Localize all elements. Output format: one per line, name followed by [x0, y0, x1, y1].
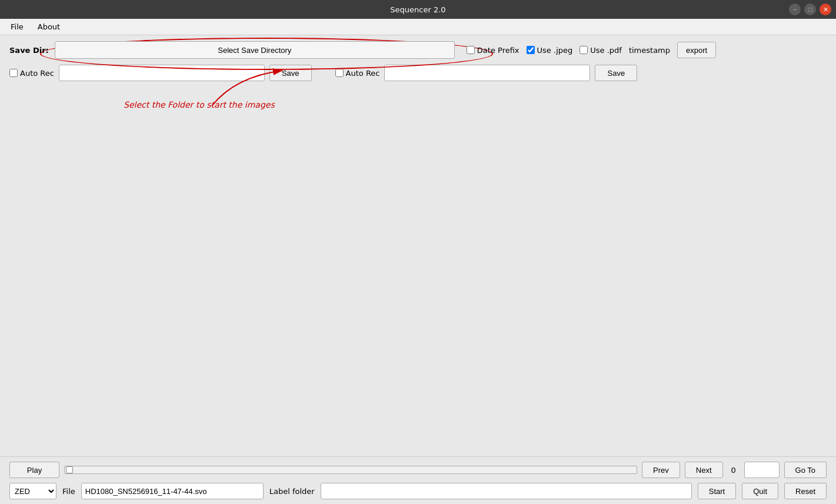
zed-select[interactable]: ZED [9, 483, 56, 499]
main-content: Save Dir: Select Save Directory Date Pre… [0, 35, 836, 504]
play-button[interactable]: Play [9, 462, 59, 478]
next-button[interactable]: Next [685, 462, 723, 478]
use-pdf-checkbox[interactable] [579, 46, 588, 54]
select-save-directory-button[interactable]: Select Save Directory [55, 41, 455, 59]
frame-number: 0 [728, 466, 740, 475]
app-title: Sequencer 2.0 [390, 5, 445, 14]
close-button[interactable]: ✕ [820, 4, 831, 15]
goto-button[interactable]: Go To [784, 462, 827, 478]
bottom-bar: Play Prev Next 0 Go To ZED File Label fo… [0, 456, 836, 504]
maximize-button[interactable]: □ [804, 4, 816, 15]
file-label: File [62, 487, 75, 496]
annotation-container: Select the Folder to start the images [124, 100, 275, 109]
playback-row: Play Prev Next 0 Go To [9, 462, 827, 478]
auto-rec-group-2: Auto Rec Save [335, 65, 638, 81]
quit-button[interactable]: Quit [742, 483, 778, 499]
file-menu[interactable]: File [5, 20, 29, 34]
auto-rec-label-1[interactable]: Auto Rec [9, 69, 54, 78]
file-input[interactable] [81, 483, 264, 499]
auto-rec-label-2[interactable]: Auto Rec [335, 69, 380, 78]
progress-thumb[interactable] [66, 466, 73, 473]
use-jpeg-checkbox[interactable] [527, 46, 535, 54]
auto-rec-checkbox-2[interactable] [335, 69, 344, 77]
progress-bar[interactable] [64, 466, 637, 474]
window-controls: − □ ✕ [789, 4, 831, 15]
label-folder-label: Label folder [269, 487, 315, 496]
minimize-button[interactable]: − [789, 4, 801, 15]
about-menu[interactable]: About [32, 20, 66, 34]
save-dir-row: Save Dir: Select Save Directory Date Pre… [9, 41, 827, 59]
date-prefix-checkbox[interactable] [467, 46, 475, 54]
save-dir-label: Save Dir: [9, 46, 49, 55]
menu-bar: File About [0, 19, 836, 35]
goto-input[interactable] [744, 462, 780, 478]
title-bar: Sequencer 2.0 − □ ✕ [0, 0, 836, 19]
save-dir-options: Date Prefix Use .jpeg Use .pdf timestamp… [467, 42, 716, 58]
auto-rec-input-2[interactable] [384, 65, 590, 81]
use-jpeg-label[interactable]: Use .jpeg [527, 46, 573, 55]
prev-button[interactable]: Prev [642, 462, 680, 478]
label-folder-input[interactable] [321, 483, 692, 499]
timestamp-label: timestamp [629, 46, 670, 55]
save-button-2[interactable]: Save [595, 65, 637, 81]
annotation-arrow [200, 65, 294, 112]
date-prefix-label[interactable]: Date Prefix [467, 46, 519, 55]
reset-button[interactable]: Reset [784, 483, 827, 499]
file-row: ZED File Label folder Start Quit Reset [9, 483, 827, 499]
auto-rec-row: Auto Rec Save Auto Rec Save [9, 65, 827, 81]
use-pdf-label[interactable]: Use .pdf [579, 46, 622, 55]
start-button[interactable]: Start [698, 483, 736, 499]
export-button[interactable]: export [677, 42, 716, 58]
auto-rec-checkbox-1[interactable] [9, 69, 18, 77]
